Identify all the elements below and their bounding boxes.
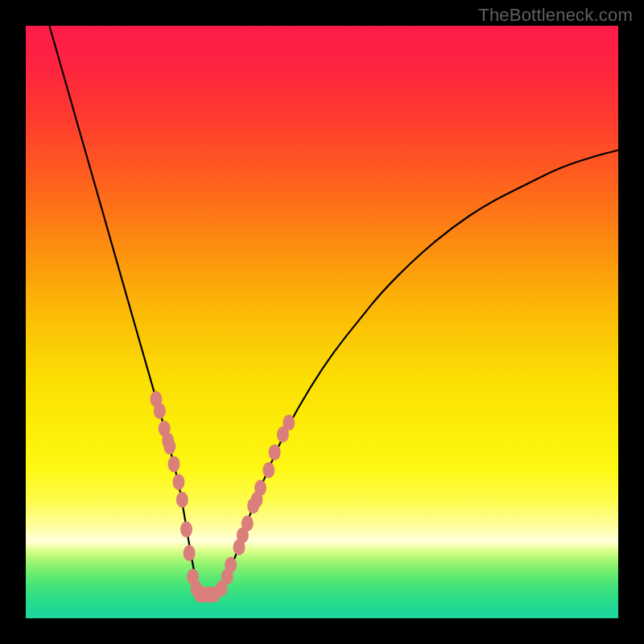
plot-area (26, 26, 618, 618)
data-marker (254, 480, 266, 496)
data-marker (154, 402, 166, 419)
data-marker (283, 415, 295, 431)
data-marker (225, 557, 237, 573)
data-marker (180, 522, 192, 538)
data-marker (184, 545, 196, 561)
chart-frame: TheBottleneck.com (0, 0, 644, 644)
data-marker (262, 462, 275, 478)
data-marker (163, 439, 175, 455)
bottleneck-curve (49, 26, 618, 595)
data-marker (242, 515, 254, 531)
watermark-text: TheBottleneck.com (478, 5, 633, 26)
data-marker (176, 492, 188, 508)
data-marker (172, 474, 184, 490)
marker-group (150, 391, 295, 603)
curve-layer (26, 26, 618, 618)
data-marker (269, 444, 281, 460)
data-marker (168, 456, 180, 473)
